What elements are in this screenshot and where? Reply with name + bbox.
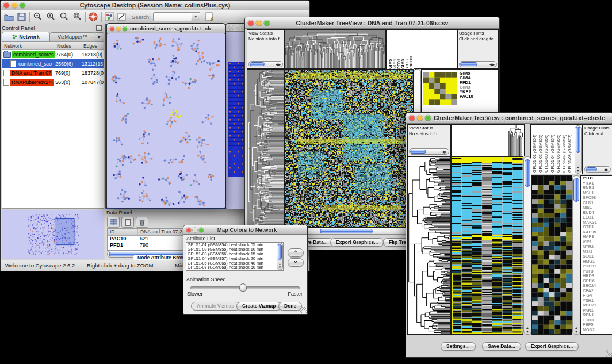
tab-network[interactable]: Network bbox=[2, 32, 50, 41]
delete-attribute-button[interactable] bbox=[136, 217, 148, 228]
search-input[interactable] bbox=[153, 12, 192, 21]
close-button[interactable] bbox=[110, 26, 114, 31]
column-dendrogram-canvas[interactable] bbox=[451, 124, 525, 156]
float-panel-icon[interactable] bbox=[96, 25, 102, 31]
gene-label[interactable]: HAP3 bbox=[583, 235, 612, 240]
treeview2-titlebar[interactable]: ClusterMaker TreeView : combined_scores_… bbox=[406, 113, 612, 124]
gene-label[interactable]: MSL1 bbox=[583, 191, 612, 196]
view-status-scrollbar[interactable]: ◀▶ bbox=[409, 148, 449, 155]
col-header-network[interactable]: Network bbox=[2, 43, 57, 49]
document-edit-icon[interactable] bbox=[205, 12, 215, 21]
network-row-combined-scores[interactable]: combined_scores 2764(0) 16218(0) bbox=[2, 50, 104, 59]
scroll-down-arrow[interactable]: ▼ bbox=[573, 330, 580, 334]
gene-label[interactable]: CLN1 bbox=[583, 201, 612, 206]
gene-label[interactable]: GIM3 bbox=[460, 85, 473, 90]
gene-label[interactable]: GPI16 bbox=[583, 279, 612, 284]
network-view-window[interactable]: combined_scores_good.txt--cluste... bbox=[106, 23, 225, 208]
dialog-titlebar[interactable]: Map Colors to Network bbox=[183, 225, 307, 235]
map-colors-dialog[interactable]: Map Colors to Network Attribute List GPL… bbox=[183, 225, 308, 315]
network-row-dna-tran[interactable]: DNA and Tran 07 769(0) 183728(0) bbox=[2, 68, 104, 78]
heatmap-canvas[interactable] bbox=[285, 69, 414, 228]
speed-slider-thumb[interactable] bbox=[239, 283, 247, 292]
attribute-item[interactable]: GPL51-07 (GSM868) heat shock 60 min bbox=[186, 265, 283, 270]
move-up-button[interactable]: ^ bbox=[288, 248, 304, 257]
move-down-button[interactable]: v bbox=[288, 258, 304, 267]
zoom-button[interactable] bbox=[264, 20, 270, 26]
zoom-selected-icon[interactable] bbox=[72, 12, 82, 21]
zoom-fit-icon[interactable] bbox=[59, 12, 69, 21]
close-button[interactable] bbox=[409, 115, 415, 121]
usage-hints-scrollbar[interactable]: ◀▶ bbox=[459, 61, 497, 67]
gene-label[interactable]: SEC24 bbox=[583, 283, 612, 289]
minimize-button[interactable] bbox=[116, 26, 121, 31]
gene-label[interactable]: NIS1 bbox=[583, 205, 612, 210]
zoom-button[interactable] bbox=[123, 26, 127, 31]
gene-label[interactable]: YRA1 bbox=[583, 181, 612, 186]
gene-label[interactable]: SEC1 bbox=[583, 254, 612, 259]
minimize-button[interactable] bbox=[256, 20, 262, 26]
gene-label[interactable]: HMG1 bbox=[583, 259, 612, 265]
minimize-button[interactable] bbox=[417, 115, 423, 121]
gene-label[interactable]: ELG1 bbox=[583, 215, 612, 220]
network-graph-canvas[interactable] bbox=[108, 33, 224, 206]
gene-label[interactable]: SPC98 bbox=[583, 196, 612, 201]
scroll-down-arrow[interactable]: ▼ bbox=[524, 330, 531, 334]
gene-label[interactable]: PAC10 bbox=[460, 94, 473, 99]
select-attributes-button[interactable] bbox=[107, 217, 120, 228]
gene-label[interactable]: PEP5 bbox=[583, 323, 612, 328]
network-view-titlebar[interactable]: combined_scores_good.txt--cluste... bbox=[107, 24, 225, 34]
zoomed-heatmap-canvas[interactable] bbox=[531, 175, 572, 335]
zoom-button[interactable] bbox=[425, 115, 431, 121]
gene-label[interactable]: PFD1 bbox=[460, 81, 473, 85]
network-row-rnapuber[interactable]: RNAPuberNov2+I 563(0) 107847(0) bbox=[2, 78, 104, 87]
treeview2-window[interactable]: ClusterMaker TreeView : combined_scores_… bbox=[406, 112, 612, 358]
gene-label[interactable]: BUD4 bbox=[583, 210, 612, 216]
scroll-arrows[interactable]: ◀▶ bbox=[441, 150, 448, 154]
save-data-button[interactable]: Save Data... bbox=[482, 342, 521, 351]
gene-label[interactable]: CPA2 bbox=[583, 289, 612, 294]
view-status-scrollbar[interactable]: ◀▶ bbox=[248, 61, 283, 67]
tab-vizmapper[interactable]: VizMapper™ bbox=[50, 32, 95, 41]
gene-label[interactable]: PUF3 bbox=[583, 269, 612, 274]
scroll-arrows[interactable]: ◀▶ bbox=[488, 63, 496, 66]
column-dendrogram-canvas[interactable] bbox=[285, 29, 386, 69]
close-button[interactable] bbox=[186, 228, 191, 232]
heatmap-canvas[interactable] bbox=[451, 156, 523, 335]
gene-label[interactable]: YKE2 bbox=[460, 90, 473, 94]
gene-label[interactable]: YSH1 bbox=[583, 298, 612, 304]
minimize-button[interactable] bbox=[193, 228, 197, 232]
save-session-icon[interactable] bbox=[17, 13, 26, 21]
scroll-down-arrow[interactable]: ▼ bbox=[575, 169, 581, 173]
gene-label[interactable]: PAN1 bbox=[583, 308, 612, 313]
search-dropdown-arrow[interactable]: ▼ bbox=[192, 12, 200, 21]
gene-label[interactable]: MON2 bbox=[583, 328, 612, 333]
animate-vizmap-button[interactable]: Animate Vizmap bbox=[191, 302, 240, 311]
settings-button[interactable]: Settings... bbox=[441, 342, 476, 351]
row-dendrogram-canvas[interactable] bbox=[407, 156, 451, 335]
heatmap-vscrollbar[interactable]: ▲ ▼ bbox=[523, 156, 531, 335]
zoom-out-icon[interactable] bbox=[33, 12, 43, 21]
gene-label[interactable]: VIP1 bbox=[583, 240, 612, 245]
resize-grip[interactable] bbox=[300, 307, 307, 313]
gene-label[interactable]: GIM5 bbox=[460, 71, 473, 76]
gene-label[interactable]: PFD1 bbox=[583, 176, 612, 181]
tab-overflow-button[interactable]: ▶ bbox=[95, 32, 104, 41]
gene-label[interactable]: RPN1 bbox=[583, 313, 612, 318]
network-tool-icon[interactable] bbox=[105, 12, 114, 21]
zoom-in-icon[interactable] bbox=[46, 12, 56, 21]
gene-label[interactable]: HRD3 bbox=[583, 274, 612, 279]
zoom-button[interactable] bbox=[20, 2, 25, 8]
gene-label[interactable]: FIG4 bbox=[583, 293, 612, 298]
gene-label[interactable]: PHO81 bbox=[583, 264, 612, 269]
network-overview-canvas[interactable] bbox=[2, 210, 104, 259]
gene-label[interactable]: RPO21 bbox=[583, 303, 612, 308]
col-header-nodes[interactable]: Nodes bbox=[57, 43, 83, 49]
main-titlebar[interactable]: Cytoscape Desktop (Session Name: collins… bbox=[1, 1, 309, 10]
close-button[interactable] bbox=[248, 20, 254, 26]
close-button[interactable] bbox=[229, 25, 234, 30]
annotation-tool-icon[interactable] bbox=[117, 12, 127, 21]
attribute-list-scrollbar[interactable]: ▲ ▼ bbox=[277, 243, 283, 270]
zoom-button[interactable] bbox=[199, 228, 204, 232]
close-button[interactable] bbox=[3, 2, 9, 8]
gene-label[interactable]: KAP95 bbox=[583, 230, 612, 235]
